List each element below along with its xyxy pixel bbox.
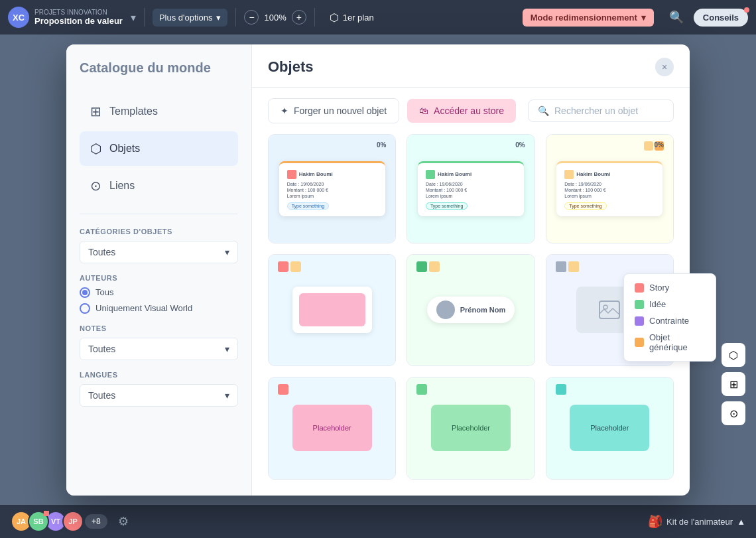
search-input[interactable] — [554, 105, 664, 116]
avatar-group: JA SB VT JP — [11, 511, 80, 532]
bottom3-placeholder: Placeholder — [570, 405, 649, 451]
chevron-down-icon: ▾ — [641, 13, 646, 23]
project-avatar: XC — [8, 7, 29, 28]
project-title: Proposition de valeur — [34, 16, 123, 26]
bottom1-icon — [278, 384, 288, 395]
panel-icon-3[interactable]: ⊙ — [722, 401, 745, 425]
store-button[interactable]: 🛍 Accéder au store — [407, 99, 516, 123]
plan-button[interactable]: ⬡ 1er plan — [323, 7, 381, 28]
panel-icon-2[interactable]: ⊞ — [722, 372, 745, 396]
separator — [144, 8, 145, 27]
project-info: PROJETS INNOVATION Proposition de valeur — [34, 9, 123, 26]
mode-button[interactable]: Mode redimensionnement ▾ — [523, 9, 654, 27]
objets-icon: ⬡ — [90, 141, 101, 157]
bottom2-icon — [416, 384, 427, 395]
tooltip-item-objet-generique[interactable]: Objet générique — [632, 329, 708, 356]
templates-icon: ⊞ — [90, 103, 101, 119]
challenge-avatar — [564, 170, 574, 179]
bottombar: JA SB VT JP +8 ⚙ 🎒 Kit de l'animateur ▲ — [0, 505, 756, 538]
bottom2-placeholder: Placeholder — [431, 405, 511, 451]
card-bottom3-info: + Ajouter ⋯ — [546, 479, 673, 480]
panel-icon-1[interactable]: ⬡ — [722, 343, 745, 367]
notes-select[interactable]: Toutes ▾ — [80, 338, 238, 360]
notification-dot — [744, 7, 749, 13]
plan-label: 1er plan — [343, 13, 374, 23]
card-profile: Prénom Nom Nom du type d'objet très long… — [407, 254, 535, 366]
separator — [235, 8, 236, 27]
modal-content: Objets × ✦ Forger un nouvel objet 🛍 Accé… — [252, 44, 690, 496]
main-area: Catalogue du monde ⊞ Templates ⬡ Objets … — [0, 34, 756, 505]
challenge-icon-1 — [644, 141, 653, 151]
card-idee: Hakim Boumi Date : 19/06/2020 Montant : … — [407, 134, 535, 244]
avatar-jp[interactable]: JP — [62, 511, 84, 532]
categories-select[interactable]: Toutes ▾ — [80, 241, 238, 263]
radio-tous[interactable]: Tous — [80, 287, 238, 298]
separator — [314, 8, 315, 27]
svg-rect-0 — [599, 301, 619, 318]
idea-card-inner: Hakim Boumi Date : 19/06/2020 Montant : … — [418, 161, 524, 216]
zoom-out-button[interactable]: − — [244, 10, 259, 25]
profile-pill: Prénom Nom — [427, 297, 515, 323]
tooltip-item-story[interactable]: Story — [632, 279, 708, 296]
card-profile-info: Nom du type d'objet très long + Ajouter … — [407, 366, 534, 366]
constraint-inner — [292, 287, 372, 333]
radio-visual-dot — [80, 303, 90, 314]
search-button[interactable]: 🔍 — [664, 5, 688, 29]
right-panel-icons: ⬡ ⊞ ⊙ — [722, 343, 745, 425]
profile-icons — [416, 261, 440, 272]
sidebar-item-liens[interactable]: ⊙ Liens — [80, 168, 238, 203]
close-button[interactable]: × — [655, 58, 674, 76]
sidebar-divider — [80, 214, 238, 214]
forge-button[interactable]: ✦ Forger un nouvel objet — [268, 98, 399, 123]
sidebar-title: Catalogue du monde — [80, 60, 238, 76]
tooltip-story-label: Story — [649, 283, 669, 293]
plus-count[interactable]: +8 — [85, 514, 107, 529]
card-idee-preview: Hakim Boumi Date : 19/06/2020 Montant : … — [407, 135, 534, 243]
langues-select[interactable]: Toutes ▾ — [80, 384, 238, 407]
options-button[interactable]: Plus d'options ▾ — [153, 9, 228, 27]
tooltip-item-contrainte[interactable]: Contrainte — [632, 312, 708, 329]
kit-button[interactable]: 🎒 Kit de l'animateur ▲ — [648, 514, 745, 529]
settings-button[interactable]: ⚙ — [118, 514, 129, 529]
tooltip-item-idee[interactable]: Idée — [632, 296, 708, 312]
chevron-down-icon: ▾ — [225, 390, 229, 401]
story-avatar — [287, 170, 296, 179]
profile-name-text: Prénom Nom — [460, 306, 505, 314]
chevron-down-icon: ▾ — [225, 344, 229, 354]
card-challenge: Hakim Boumi Date : 19/06/2020 Montant : … — [546, 134, 674, 244]
card-contrainte-preview — [269, 255, 395, 366]
radio-visual-world[interactable]: Uniquement Visual World — [80, 303, 238, 314]
zoom-in-button[interactable]: + — [292, 10, 306, 25]
card-bottom1-preview: Placeholder — [269, 377, 395, 479]
sidebar-item-objets[interactable]: ⬡ Objets — [80, 131, 238, 166]
zoom-value: 100% — [264, 13, 286, 23]
mode-label: Mode redimensionnement — [531, 13, 637, 23]
zoom-controls: − 100% + — [244, 10, 306, 25]
tooltip-generique-label: Objet générique — [649, 332, 705, 352]
story-dot — [635, 283, 644, 293]
card-challenge-preview: Hakim Boumi Date : 19/06/2020 Montant : … — [546, 135, 673, 243]
tooltip-idee-label: Idée — [649, 299, 666, 309]
card-idee-info: Idée ✓ Ajouté ⋯ — [407, 243, 534, 243]
card-contrainte: Contrainte ✓ Ajouté ⋯ — [268, 254, 396, 366]
chevron-down-icon[interactable]: ▾ — [131, 11, 136, 24]
conseils-button[interactable]: Conseils — [694, 9, 748, 27]
notes-value: Toutes — [88, 344, 115, 354]
project-label: PROJETS INNOVATION — [34, 9, 123, 16]
modal-sidebar: Catalogue du monde ⊞ Templates ⬡ Objets … — [66, 44, 252, 496]
generic-icons — [556, 261, 579, 272]
card-generic-info: Nom du type d'objet très très lo… + Ajou… — [546, 366, 673, 366]
sidebar-item-templates[interactable]: ⊞ Templates — [80, 94, 238, 129]
constraint-icons — [278, 261, 301, 272]
categories-label: CATÉGORIES D'OBJETS — [80, 228, 238, 235]
sidebar-objets-label: Objets — [109, 143, 140, 155]
plan-icon: ⬡ — [330, 11, 339, 24]
avatar-sb[interactable]: SB — [28, 511, 49, 532]
constraint-avatar-icon — [278, 261, 288, 272]
card-profile-preview: Prénom Nom — [407, 255, 534, 366]
generic-icon-img — [556, 261, 566, 272]
generique-dot — [635, 338, 644, 347]
modal-toolbar: ✦ Forger un nouvel objet 🛍 Accéder au st… — [252, 88, 690, 134]
forge-label: Forger un nouvel objet — [294, 105, 387, 116]
bottom3-icon — [556, 384, 566, 395]
